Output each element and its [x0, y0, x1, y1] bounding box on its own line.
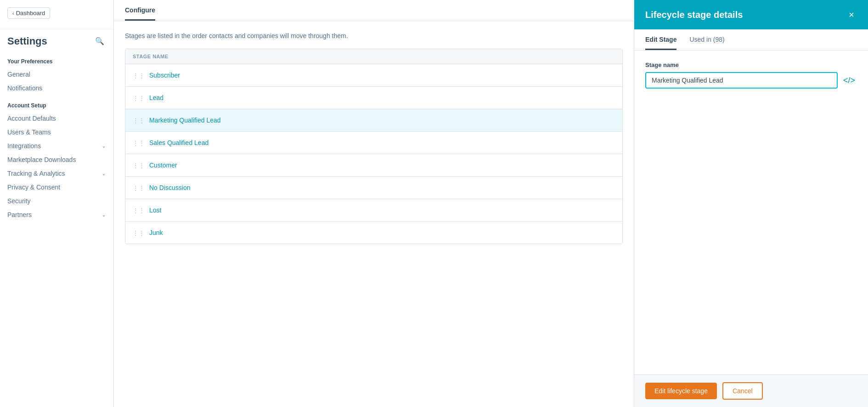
stages-table: STAGE NAME ⋮⋮ Subscriber ⋮⋮ Lead ⋮⋮ Mark… [125, 49, 623, 244]
table-row[interactable]: ⋮⋮ Sales Qualified Lead [125, 132, 622, 154]
settings-title: Settings [7, 35, 47, 47]
table-row[interactable]: ⋮⋮ Subscriber [125, 64, 622, 87]
sidebar-item-general[interactable]: General [0, 67, 113, 81]
dashboard-label: Dashboard [16, 10, 45, 17]
sidebar-item-label: Tracking & Analytics [7, 170, 65, 177]
stage-name-input[interactable] [645, 72, 838, 89]
drag-handle-icon: ⋮⋮ [133, 207, 145, 214]
drag-handle-icon: ⋮⋮ [133, 162, 145, 169]
search-button[interactable]: 🔍 [93, 35, 106, 47]
section-label-account-setup: Account Setup [0, 95, 113, 112]
cancel-button[interactable]: Cancel [722, 382, 763, 400]
panel-body: Stage name </> [634, 50, 868, 374]
sidebar-item-label: Notifications [7, 84, 42, 92]
dashboard-button[interactable]: ‹ Dashboard [7, 7, 50, 19]
stage-name-link[interactable]: Subscriber [149, 72, 180, 79]
sidebar-item-tracking-analytics[interactable]: Tracking & Analytics ⌄ [0, 167, 113, 180]
table-row[interactable]: ⋮⋮ Customer [125, 154, 622, 177]
table-header: STAGE NAME [125, 49, 622, 64]
panel-title: Lifecycle stage details [645, 10, 743, 20]
stage-name-link[interactable]: Customer [149, 162, 177, 169]
drag-handle-icon: ⋮⋮ [133, 184, 145, 191]
table-row[interactable]: ⋮⋮ Lead [125, 87, 622, 109]
panel-close-button[interactable]: × [846, 9, 857, 20]
sidebar-item-partners[interactable]: Partners ⌄ [0, 208, 113, 222]
panel-tabs: Edit Stage Used in (98) [634, 29, 868, 50]
sidebar-item-marketplace-downloads[interactable]: Marketplace Downloads [0, 153, 113, 167]
stage-name-link[interactable]: Lead [149, 94, 163, 101]
drag-handle-icon: ⋮⋮ [133, 229, 145, 236]
code-icon: </> [843, 76, 855, 85]
table-row[interactable]: ⋮⋮ Junk [125, 222, 622, 244]
sidebar-top: ‹ Dashboard [0, 0, 113, 29]
field-label-stage-name: Stage name [645, 61, 857, 68]
stage-name-link[interactable]: No Discussion [149, 184, 190, 191]
sidebar-item-integrations[interactable]: Integrations ⌄ [0, 139, 113, 153]
sidebar: ‹ Dashboard Settings 🔍 Your Preferences … [0, 0, 114, 407]
main-content: Configure Stages are listed in the order… [114, 0, 634, 407]
tab-configure[interactable]: Configure [125, 0, 155, 21]
search-icon: 🔍 [95, 37, 104, 45]
sidebar-item-account-defaults[interactable]: Account Defaults [0, 112, 113, 125]
panel-footer: Edit lifecycle stage Cancel [634, 374, 868, 407]
drag-handle-icon: ⋮⋮ [133, 139, 145, 146]
chevron-down-icon: ⌄ [101, 170, 106, 177]
tab-used-in[interactable]: Used in (98) [689, 29, 724, 50]
sidebar-item-label: Account Defaults [7, 115, 56, 122]
table-row[interactable]: ⋮⋮ No Discussion [125, 177, 622, 199]
stage-name-link[interactable]: Lost [149, 206, 161, 214]
code-icon-button[interactable]: </> [841, 74, 857, 87]
sidebar-item-label: Integrations [7, 142, 41, 150]
tab-bar: Configure [114, 0, 634, 21]
table-row-selected[interactable]: ⋮⋮ Marketing Qualified Lead [125, 109, 622, 132]
sidebar-item-notifications[interactable]: Notifications [0, 81, 113, 95]
sidebar-item-label: Security [7, 197, 31, 205]
drag-handle-icon: ⋮⋮ [133, 72, 145, 79]
right-panel: Lifecycle stage details × Edit Stage Use… [634, 0, 868, 407]
sidebar-item-label: Users & Teams [7, 128, 51, 136]
sidebar-item-label: Marketplace Downloads [7, 156, 76, 163]
edit-lifecycle-stage-button[interactable]: Edit lifecycle stage [645, 383, 717, 399]
drag-handle-icon: ⋮⋮ [133, 95, 145, 101]
sidebar-item-label: Partners [7, 211, 32, 218]
chevron-down-icon: ⌄ [101, 212, 106, 218]
sidebar-item-label: General [7, 71, 30, 78]
table-subtitle: Stages are listed in the order contacts … [125, 32, 623, 39]
field-row: </> [645, 72, 857, 89]
stage-name-link[interactable]: Junk [149, 229, 163, 236]
section-label-preferences: Your Preferences [0, 51, 113, 67]
drag-handle-icon: ⋮⋮ [133, 117, 145, 124]
sidebar-item-privacy-consent[interactable]: Privacy & Consent [0, 180, 113, 194]
sidebar-item-label: Privacy & Consent [7, 184, 60, 191]
stage-name-link[interactable]: Sales Qualified Lead [149, 139, 209, 146]
chevron-left-icon: ‹ [12, 11, 14, 16]
tab-edit-stage[interactable]: Edit Stage [645, 29, 676, 50]
settings-header: Settings 🔍 [0, 35, 113, 51]
chevron-down-icon: ⌄ [101, 143, 106, 149]
sidebar-item-security[interactable]: Security [0, 194, 113, 208]
stage-name-link[interactable]: Marketing Qualified Lead [149, 117, 221, 124]
panel-header: Lifecycle stage details × [634, 0, 868, 29]
table-row[interactable]: ⋮⋮ Lost [125, 199, 622, 222]
table-area: Stages are listed in the order contacts … [114, 21, 634, 407]
sidebar-item-users-teams[interactable]: Users & Teams [0, 125, 113, 139]
